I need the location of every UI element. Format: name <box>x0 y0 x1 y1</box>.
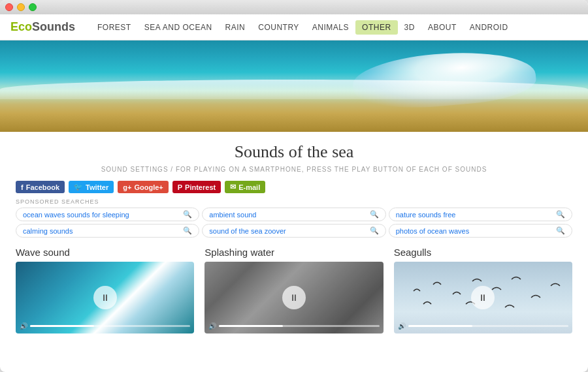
card-thumb-splash[interactable]: ⏸ 🔊 <box>204 262 383 333</box>
volume-fill-wave <box>30 325 94 327</box>
search-text-5: photos of ocean waves <box>396 227 470 235</box>
minimize-button[interactable] <box>17 3 25 11</box>
nav-link-about[interactable]: ABOUT <box>421 20 463 35</box>
nav-item-other[interactable]: OTHER <box>355 20 398 35</box>
play-button-seagulls[interactable]: ⏸ <box>471 286 495 309</box>
nav-item-country[interactable]: COUNTRY <box>252 20 306 35</box>
nav-item-animals[interactable]: ANIMALS <box>306 20 355 35</box>
googleplus-icon: g+ <box>123 183 131 191</box>
card-title-seagulls: Seagulls <box>394 247 572 258</box>
sponsored-section: SPONSORED SEARCHES ocean waves sounds fo… <box>16 198 572 238</box>
wave-foam <box>0 80 588 99</box>
nav-item-forest[interactable]: FOREST <box>91 20 138 35</box>
email-label: E-mail <box>238 183 260 191</box>
search-icon-3: 🔍 <box>183 226 192 235</box>
search-text-0: ocean waves sounds for sleeping <box>23 211 129 219</box>
card-splash: Splashing water ⏸ 🔊 <box>204 247 383 333</box>
twitter-label: Twitter <box>86 183 108 191</box>
search-item-0[interactable]: ocean waves sounds for sleeping 🔍 <box>16 208 199 221</box>
pinterest-label: Pinterest <box>185 183 216 191</box>
content-area: Sounds of the sea SOUND SETTINGS / FOR P… <box>0 132 588 339</box>
card-controls-wave: 🔊 <box>20 322 190 330</box>
card-controls-splash: 🔊 <box>208 322 379 330</box>
page-title: Sounds of the sea <box>16 142 572 162</box>
logo-sounds: Sounds <box>32 20 75 33</box>
fullscreen-button[interactable] <box>29 3 37 11</box>
email-button[interactable]: ✉ E-mail <box>225 181 265 193</box>
volume-icon-wave[interactable]: 🔊 <box>20 322 27 330</box>
page-subtitle: SOUND SETTINGS / FOR PLAYING ON A SMARTP… <box>16 166 572 173</box>
twitter-button[interactable]: 🐦 Twitter <box>69 181 114 193</box>
nav-item-sea[interactable]: SEA AND OCEAN <box>138 20 219 35</box>
email-icon: ✉ <box>230 183 236 191</box>
search-item-2[interactable]: nature sounds free 🔍 <box>389 208 572 221</box>
facebook-icon: f <box>21 183 24 191</box>
nav-link-android[interactable]: ANDROID <box>463 20 515 35</box>
volume-fill-splash <box>219 325 283 327</box>
card-thumb-wave[interactable]: ⏸ 🔊 <box>16 262 194 333</box>
googleplus-label: Google+ <box>134 183 163 191</box>
nav-link-country[interactable]: COUNTRY <box>252 20 306 35</box>
pinterest-icon: P <box>178 183 182 191</box>
search-item-1[interactable]: ambient sound 🔍 <box>202 208 385 221</box>
sponsored-label: SPONSORED SEARCHES <box>16 198 572 205</box>
search-item-5[interactable]: photos of ocean waves 🔍 <box>389 224 572 238</box>
cards-section: Wave sound ⏸ 🔊 Splashing water <box>16 247 572 333</box>
nav-item-android[interactable]: ANDROID <box>463 20 515 35</box>
nav-item-3d[interactable]: 3D <box>398 20 421 35</box>
play-button-splash[interactable]: ⏸ <box>282 286 306 309</box>
pinterest-button[interactable]: P Pinterest <box>172 181 221 193</box>
nav-link-animals[interactable]: ANIMALS <box>306 20 355 35</box>
volume-fill-seagulls <box>408 325 472 327</box>
wave-overlay <box>0 54 588 106</box>
twitter-icon: 🐦 <box>74 183 83 191</box>
nav-item-about[interactable]: ABOUT <box>421 20 463 35</box>
facebook-label: Facebook <box>26 183 59 191</box>
logo[interactable]: EcoSounds <box>10 20 75 34</box>
search-text-3: calming sounds <box>23 227 73 235</box>
nav-item-rain[interactable]: RAIN <box>219 20 252 35</box>
hero-image <box>0 40 588 132</box>
title-bar <box>0 0 588 14</box>
card-wave: Wave sound ⏸ 🔊 <box>16 247 194 333</box>
facebook-button[interactable]: f Facebook <box>16 181 65 193</box>
card-title-wave: Wave sound <box>16 247 194 258</box>
play-button-wave[interactable]: ⏸ <box>93 286 117 309</box>
search-icon-0: 🔍 <box>183 210 192 219</box>
search-icon-2: 🔍 <box>556 210 565 219</box>
nav-link-rain[interactable]: RAIN <box>219 20 252 35</box>
volume-icon-seagulls[interactable]: 🔊 <box>398 322 406 330</box>
search-icon-5: 🔍 <box>556 226 565 235</box>
card-title-splash: Splashing water <box>204 247 383 258</box>
navbar: EcoSounds FOREST SEA AND OCEAN RAIN COUN… <box>0 14 588 40</box>
search-item-3[interactable]: calming sounds 🔍 <box>16 224 199 238</box>
social-bar: f Facebook 🐦 Twitter g+ Google+ P Pinter… <box>16 181 572 193</box>
googleplus-button[interactable]: g+ Google+ <box>118 181 168 193</box>
volume-bar-seagulls[interactable] <box>408 325 568 327</box>
search-icon-1: 🔍 <box>370 210 379 219</box>
search-text-2: nature sounds free <box>396 211 456 219</box>
nav-links: FOREST SEA AND OCEAN RAIN COUNTRY ANIMAL… <box>91 20 578 35</box>
volume-bar-splash[interactable] <box>219 325 379 327</box>
search-text-4: sound of the sea zoover <box>209 227 286 235</box>
search-text-1: ambient sound <box>209 211 256 219</box>
logo-eco: Eco <box>10 20 32 33</box>
search-icon-4: 🔍 <box>370 226 379 235</box>
sponsored-grid: ocean waves sounds for sleeping 🔍 ambien… <box>16 208 572 238</box>
nav-link-sea[interactable]: SEA AND OCEAN <box>138 20 219 35</box>
card-controls-seagulls: 🔊 <box>398 322 568 330</box>
nav-link-other[interactable]: OTHER <box>355 20 398 35</box>
close-button[interactable] <box>5 3 13 11</box>
volume-bar-wave[interactable] <box>30 325 190 327</box>
card-thumb-seagulls[interactable]: ⏸ 🔊 <box>394 262 572 333</box>
app-window: EcoSounds FOREST SEA AND OCEAN RAIN COUN… <box>0 0 588 372</box>
volume-icon-splash[interactable]: 🔊 <box>208 322 216 330</box>
nav-link-forest[interactable]: FOREST <box>91 20 138 35</box>
search-item-4[interactable]: sound of the sea zoover 🔍 <box>202 224 385 238</box>
card-seagulls: Seagulls <box>394 247 572 333</box>
nav-link-3d[interactable]: 3D <box>398 20 421 35</box>
